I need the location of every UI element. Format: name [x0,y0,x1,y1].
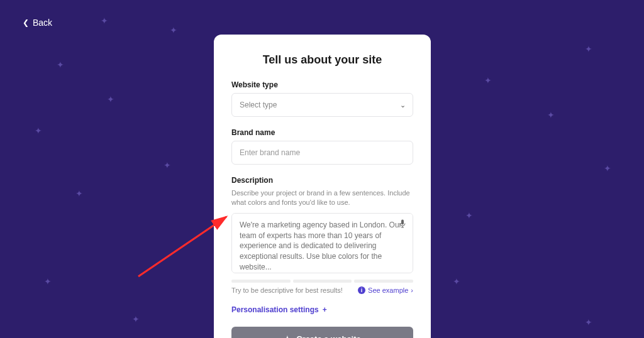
card-title: Tell us about your site [231,53,413,67]
description-helper: Describe your project or brand in a few … [231,188,413,208]
brand-name-input[interactable] [231,141,413,165]
description-label: Description [231,176,413,185]
chevron-right-icon: › [411,286,413,294]
back-label: Back [33,18,52,28]
strength-meter [231,280,413,283]
info-icon: i [358,286,365,294]
svg-rect-0 [401,219,404,224]
back-button[interactable]: ❮ Back [23,18,52,28]
cta-label: Create a website [296,334,361,338]
personalisation-label: Personalisation settings [231,305,319,314]
website-type-label: Website type [231,80,413,89]
plus-icon: + [323,305,327,314]
description-textarea[interactable] [231,213,413,273]
chevron-left-icon: ❮ [23,18,29,27]
description-hint: Try to be descriptive for best results! [231,286,343,294]
website-type-select[interactable]: Select type [231,93,413,117]
sparkle-icon: ✦ [284,334,291,338]
create-website-button[interactable]: ✦ Create a website [231,327,413,338]
see-example-link[interactable]: i See example › [358,286,413,294]
site-setup-card: Tell us about your site Website type Sel… [214,35,431,338]
see-example-label: See example [368,286,408,294]
website-type-placeholder: Select type [240,101,277,109]
svg-line-3 [138,217,226,276]
brand-name-label: Brand name [231,128,413,137]
personalisation-toggle[interactable]: Personalisation settings + [231,305,413,314]
microphone-icon[interactable] [397,218,408,229]
